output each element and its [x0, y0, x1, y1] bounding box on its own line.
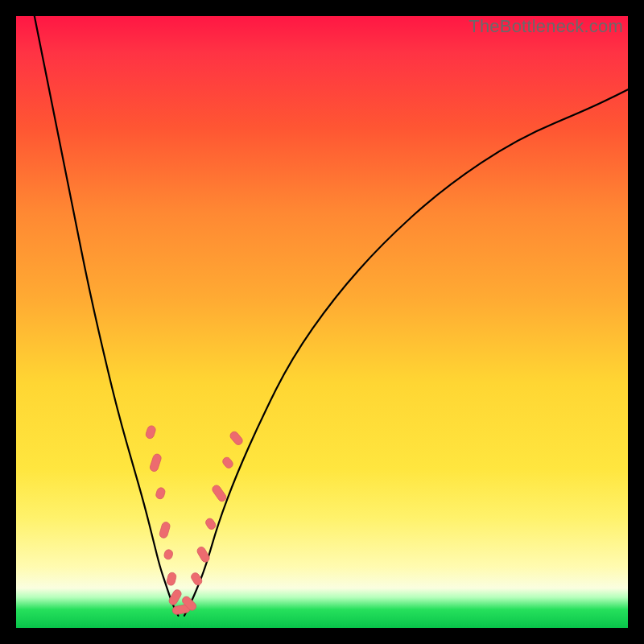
highlight-marker [163, 549, 174, 560]
curve-layer [35, 16, 628, 616]
highlight-marker [159, 521, 171, 539]
highlight-marker [204, 517, 217, 530]
highlight-marker [166, 572, 177, 586]
curve-left-branch [35, 16, 179, 616]
marker-layer [145, 425, 244, 615]
chart-svg [16, 16, 628, 628]
chart-area: TheBottleneck.com [16, 16, 628, 628]
highlight-marker [190, 572, 204, 587]
highlight-marker [211, 484, 228, 503]
highlight-marker [155, 487, 167, 500]
highlight-marker [149, 453, 162, 473]
highlight-marker [145, 425, 156, 440]
curve-right-branch [184, 89, 628, 616]
highlight-marker [221, 456, 234, 469]
highlight-marker [229, 430, 244, 446]
